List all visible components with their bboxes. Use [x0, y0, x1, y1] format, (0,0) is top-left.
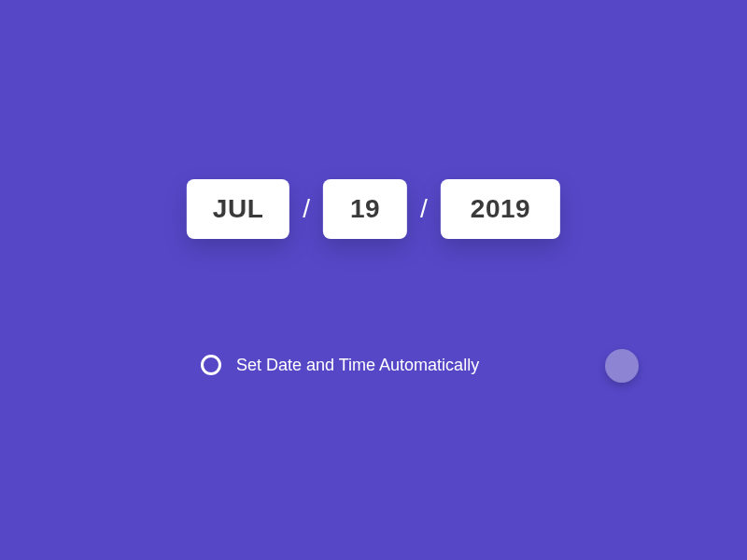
- year-field[interactable]: 2019: [441, 179, 560, 239]
- auto-datetime-label: Set Date and Time Automatically: [236, 356, 479, 375]
- radio-icon: [201, 355, 221, 375]
- auto-datetime-option[interactable]: Set Date and Time Automatically: [201, 355, 479, 375]
- toggle-knob[interactable]: [605, 349, 639, 383]
- day-field[interactable]: 19: [323, 179, 407, 239]
- date-picker-row: JUL / 19 / 2019: [187, 179, 560, 239]
- date-separator: /: [303, 194, 310, 224]
- month-field[interactable]: JUL: [187, 179, 289, 239]
- date-separator: /: [420, 194, 428, 224]
